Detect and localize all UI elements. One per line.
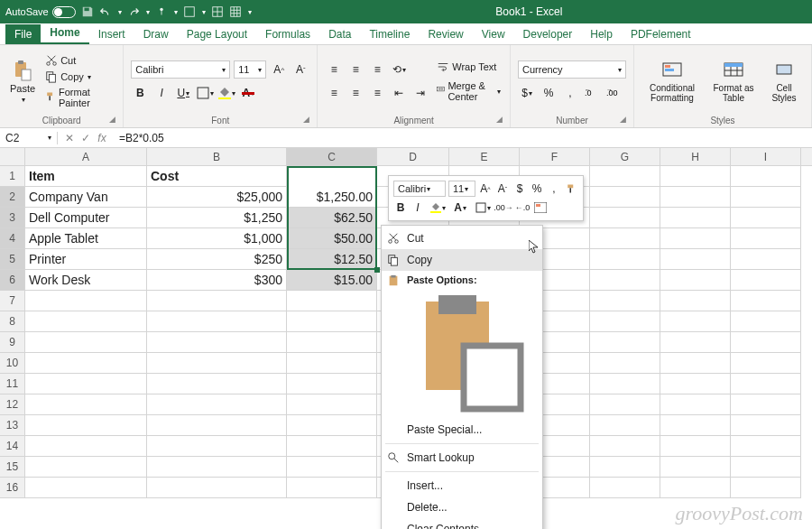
cell[interactable]: $1,250 bbox=[147, 208, 287, 228]
cell[interactable] bbox=[731, 436, 801, 457]
cell[interactable] bbox=[287, 457, 377, 478]
cell[interactable] bbox=[731, 415, 801, 436]
cell[interactable] bbox=[731, 457, 801, 478]
bold-button[interactable]: B bbox=[131, 84, 149, 102]
accounting-format-icon[interactable]: $▾ bbox=[518, 84, 536, 102]
decrease-font-icon[interactable]: Aˇ bbox=[291, 60, 309, 79]
cell[interactable] bbox=[25, 478, 147, 498]
row-header[interactable]: 4 bbox=[0, 228, 25, 249]
cell[interactable] bbox=[660, 415, 731, 436]
cell[interactable] bbox=[660, 436, 731, 457]
row-header[interactable]: 11 bbox=[0, 374, 25, 394]
cell[interactable] bbox=[660, 208, 731, 228]
enter-formula-icon[interactable]: ✓ bbox=[79, 132, 92, 144]
cell[interactable]: Dell Computer bbox=[25, 208, 147, 228]
cell[interactable] bbox=[590, 270, 660, 291]
cell[interactable] bbox=[25, 415, 147, 436]
cell[interactable] bbox=[660, 353, 731, 374]
copy-button[interactable]: Copy▾ bbox=[43, 70, 115, 84]
mini-font-color-icon[interactable]: A▾ bbox=[450, 199, 470, 217]
tab-formulas[interactable]: Formulas bbox=[256, 24, 319, 44]
paste-icon[interactable] bbox=[407, 289, 533, 415]
mini-format-painter-icon[interactable] bbox=[564, 180, 578, 198]
cell[interactable]: $25,000 bbox=[147, 187, 287, 208]
ctx-clear-contents[interactable]: Clear Contents bbox=[382, 518, 542, 529]
dialog-launcher-icon[interactable]: ◢ bbox=[620, 115, 626, 124]
col-header[interactable]: H bbox=[660, 148, 731, 165]
cell-styles-button[interactable]: Cell Styles bbox=[764, 49, 804, 114]
decrease-indent-icon[interactable]: ⇤ bbox=[390, 84, 408, 102]
cell[interactable]: Work Desk bbox=[25, 270, 147, 291]
tab-timeline[interactable]: Timeline bbox=[360, 24, 419, 44]
cell[interactable] bbox=[590, 311, 660, 332]
tab-file[interactable]: File bbox=[5, 24, 41, 44]
grid-qat-icon[interactable] bbox=[229, 5, 242, 18]
cell[interactable]: Cost bbox=[147, 166, 287, 187]
mini-italic-button[interactable]: I bbox=[411, 199, 425, 217]
mini-percent-icon[interactable]: % bbox=[530, 180, 544, 198]
col-header[interactable]: D bbox=[377, 148, 449, 165]
align-top-icon[interactable]: ≡ bbox=[325, 60, 343, 79]
cell[interactable] bbox=[590, 374, 660, 394]
cell[interactable]: Item bbox=[25, 166, 147, 187]
tab-home[interactable]: Home bbox=[41, 23, 88, 44]
row-header[interactable]: 3 bbox=[0, 208, 25, 228]
cut-button[interactable]: Cut bbox=[43, 53, 115, 68]
fill-handle[interactable] bbox=[374, 267, 380, 273]
redo-icon[interactable] bbox=[127, 5, 140, 18]
tab-view[interactable]: View bbox=[473, 24, 514, 44]
row-header[interactable]: 12 bbox=[0, 394, 25, 415]
cell[interactable] bbox=[660, 249, 731, 270]
cell[interactable] bbox=[590, 166, 660, 187]
autosave-toggle[interactable]: AutoSave bbox=[5, 6, 76, 18]
cell[interactable] bbox=[731, 311, 801, 332]
mini-accounting-icon[interactable]: $ bbox=[512, 180, 527, 198]
row-header[interactable]: 15 bbox=[0, 457, 25, 478]
cell[interactable] bbox=[660, 457, 731, 478]
cell[interactable] bbox=[731, 228, 801, 249]
cell[interactable] bbox=[147, 311, 287, 332]
cell[interactable] bbox=[25, 457, 147, 478]
borders-qat-icon[interactable] bbox=[183, 5, 196, 18]
cell[interactable] bbox=[590, 415, 660, 436]
cell[interactable] bbox=[731, 187, 801, 208]
row-header[interactable]: 16 bbox=[0, 478, 25, 498]
cell[interactable] bbox=[731, 291, 801, 311]
cell[interactable] bbox=[147, 353, 287, 374]
cell[interactable] bbox=[590, 353, 660, 374]
undo-icon[interactable] bbox=[99, 5, 112, 18]
cell[interactable]: Apple Tablet bbox=[25, 228, 147, 249]
align-center-icon[interactable]: ≡ bbox=[346, 84, 364, 102]
decrease-decimal-icon[interactable]: .00→ bbox=[604, 84, 623, 102]
cell[interactable] bbox=[590, 249, 660, 270]
cell[interactable]: Printer bbox=[25, 249, 147, 270]
row-header[interactable]: 14 bbox=[0, 436, 25, 457]
cell[interactable] bbox=[731, 166, 801, 187]
cell[interactable] bbox=[660, 270, 731, 291]
row-header[interactable]: 13 bbox=[0, 415, 25, 436]
col-header[interactable]: C bbox=[287, 148, 377, 165]
italic-button[interactable]: I bbox=[152, 84, 171, 102]
mini-font-name[interactable]: Calibri▾ bbox=[393, 181, 446, 197]
mini-fill-color-icon[interactable]: ▾ bbox=[428, 199, 448, 217]
cell[interactable] bbox=[25, 311, 147, 332]
dialog-launcher-icon[interactable]: ◢ bbox=[303, 115, 309, 124]
mini-bold-button[interactable]: B bbox=[393, 199, 408, 217]
row-header[interactable]: 8 bbox=[0, 311, 25, 332]
font-color-button[interactable]: A▾ bbox=[239, 84, 257, 102]
cell[interactable] bbox=[25, 353, 147, 374]
ctx-insert[interactable]: Insert... bbox=[382, 475, 542, 497]
tab-page-layout[interactable]: Page Layout bbox=[178, 24, 256, 44]
dialog-launcher-icon[interactable]: ◢ bbox=[496, 115, 503, 124]
mini-borders-icon[interactable]: ▾ bbox=[473, 199, 493, 217]
cell[interactable] bbox=[147, 478, 287, 498]
cell[interactable] bbox=[731, 249, 801, 270]
underline-button[interactable]: U▾ bbox=[174, 84, 192, 102]
cell[interactable]: $250 bbox=[147, 249, 287, 270]
align-bottom-icon[interactable]: ≡ bbox=[368, 60, 386, 79]
borders-button[interactable]: ▾ bbox=[196, 84, 214, 102]
cell[interactable] bbox=[660, 332, 731, 353]
col-header[interactable]: F bbox=[520, 148, 590, 165]
mini-decrease-font-icon[interactable]: Aˇ bbox=[495, 180, 510, 198]
cell[interactable] bbox=[660, 291, 731, 311]
